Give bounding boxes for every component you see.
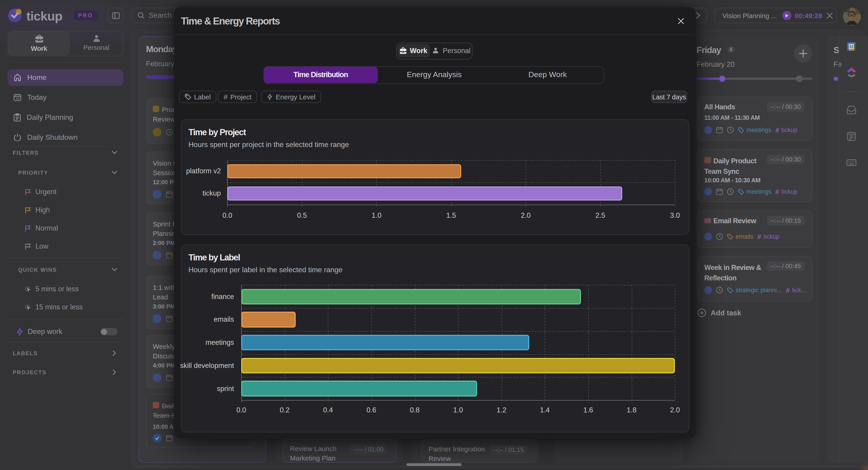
svg-text:31: 31 xyxy=(849,45,854,49)
svg-text:16: 16 xyxy=(16,97,20,100)
